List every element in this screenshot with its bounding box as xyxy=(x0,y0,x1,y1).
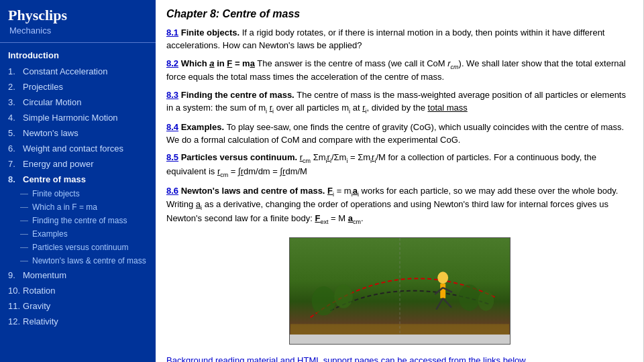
svg-point-10 xyxy=(458,284,480,311)
dash-icon: — xyxy=(20,216,28,225)
footer-link[interactable]: Background reading material and HTML sup… xyxy=(166,355,633,362)
main-content: Chapter 8: Centre of mass 8.1 Finite obj… xyxy=(156,0,644,362)
sub-nav-label: Finite objects xyxy=(32,189,80,198)
sidebar-item-gravity[interactable]: 11. Gravity xyxy=(0,298,156,314)
nav-num: 11. xyxy=(8,301,20,311)
sub-nav-newtons-centre[interactable]: — Newton's laws & centre of mass xyxy=(0,254,156,267)
nav-num: 5. xyxy=(8,128,20,138)
nav-num: 12. xyxy=(8,316,20,326)
chapter-heading: Chapter 8: Centre of mass xyxy=(166,8,633,20)
dash-icon: — xyxy=(20,243,28,252)
section-8-5-link[interactable]: 8.5 xyxy=(166,152,178,162)
sidebar-intro[interactable]: Introduction xyxy=(0,47,156,64)
nav-label: Centre of mass xyxy=(23,174,86,184)
dash-icon: — xyxy=(20,202,28,212)
svg-point-8 xyxy=(311,286,335,315)
chapter-label: Chapter 8: xyxy=(166,8,219,19)
section-8-1-title: Finite objects. xyxy=(181,27,242,38)
nav-label: Relativity xyxy=(23,316,58,326)
svg-line-6 xyxy=(436,298,443,309)
svg-point-2 xyxy=(437,272,448,284)
sub-nav-label: Newton's laws & centre of mass xyxy=(32,256,146,265)
sidebar-item-rotation[interactable]: 10. Rotation xyxy=(0,283,156,298)
sidebar-item-projectiles[interactable]: 2. Projectiles xyxy=(0,79,156,95)
svg-point-11 xyxy=(478,291,494,311)
chapter-title: Centre of mass xyxy=(223,8,301,19)
nav-label: Energy and power xyxy=(23,159,94,169)
dash-icon: — xyxy=(20,229,28,239)
sidebar-item-energy-power[interactable]: 7. Energy and power xyxy=(0,156,156,172)
sub-nav-label: Particles versus continuum xyxy=(32,243,128,252)
section-8-5: 8.5 Particles versus continuum. rcm Σmir… xyxy=(166,152,633,179)
sidebar-item-relativity[interactable]: 12. Relativity xyxy=(0,314,156,329)
nav-label: Rotation xyxy=(23,286,55,296)
section-8-6-link[interactable]: 8.6 xyxy=(166,186,178,196)
nav-num: 6. xyxy=(8,143,20,154)
nav-num: 1. xyxy=(8,66,20,76)
svg-point-9 xyxy=(334,284,353,308)
sidebar-title: Physclips xyxy=(8,7,148,24)
sidebar-item-centre-of-mass[interactable]: 8. Centre of mass xyxy=(0,172,156,187)
nav-num: 2. xyxy=(8,82,20,92)
section-8-6-title: Newton's laws and centre of mass. xyxy=(181,186,327,196)
nav-label: Circular Motion xyxy=(23,97,81,107)
trajectory-overlay xyxy=(290,238,510,344)
sidebar-subtitle: Mechanics xyxy=(8,25,148,36)
section-8-3-title: Finding the centre of mass. xyxy=(181,90,297,100)
sub-nav-finite-objects[interactable]: — Finite objects xyxy=(0,187,156,200)
section-8-4-link[interactable]: 8.4 xyxy=(166,122,178,132)
dash-icon: — xyxy=(20,189,28,198)
section-8-4-text: To play see-saw, one finds the centre of… xyxy=(166,122,624,145)
sidebar-item-momentum[interactable]: 9. Momentum xyxy=(0,267,156,283)
image-bottom-bar xyxy=(290,335,510,344)
section-8-4: 8.4 Examples. To play see-saw, one finds… xyxy=(166,121,633,147)
sub-nav-particles-continuum[interactable]: — Particles versus continuum xyxy=(0,241,156,254)
sub-nav-label: Examples xyxy=(32,229,68,239)
sidebar-header: Physclips Mechanics xyxy=(0,0,156,38)
svg-rect-3 xyxy=(440,284,445,298)
nav-label: Projectiles xyxy=(23,82,63,92)
section-8-2-title: Which a in F = ma xyxy=(181,58,255,68)
dash-icon: — xyxy=(20,256,28,265)
nav-num: 3. xyxy=(8,97,20,107)
sidebar-item-shm[interactable]: 4. Simple Harmonic Motion xyxy=(0,110,156,125)
sidebar-item-circular-motion[interactable]: 3. Circular Motion xyxy=(0,95,156,110)
nav-label: Gravity xyxy=(23,301,50,311)
nav-label: Weight and contact forces xyxy=(23,143,123,154)
nav-label: Momentum xyxy=(23,270,66,280)
sub-nav-label: Finding the centre of mass xyxy=(32,216,127,225)
nav-label: Constant Acceleration xyxy=(23,66,107,76)
image-bg xyxy=(290,238,510,344)
sub-nav-finding-centre[interactable]: — Finding the centre of mass xyxy=(0,214,156,227)
nav-num: 4. xyxy=(8,113,20,123)
sub-nav-examples[interactable]: — Examples xyxy=(0,227,156,241)
section-8-3-link[interactable]: 8.3 xyxy=(166,90,178,100)
section-8-1: 8.1 Finite objects. If a rigid body rota… xyxy=(166,27,633,52)
nav-num: 8. xyxy=(8,174,20,184)
nav-num: 7. xyxy=(8,159,20,169)
nav-label: Simple Harmonic Motion xyxy=(23,113,118,123)
svg-line-7 xyxy=(443,298,451,307)
section-8-2: 8.2 Which a in F = ma The answer is the … xyxy=(166,58,633,84)
section-8-1-link[interactable]: 8.1 xyxy=(166,27,178,38)
nav-label: Newton's laws xyxy=(23,128,78,138)
sidebar-item-weight-contact[interactable]: 6. Weight and contact forces xyxy=(0,141,156,156)
sidebar-item-newtons-laws[interactable]: 5. Newton's laws xyxy=(0,125,156,141)
sub-nav-label: Which a in F = ma xyxy=(32,202,97,212)
section-8-5-title: Particles versus continuum. xyxy=(181,152,300,162)
nav-num: 10. xyxy=(8,286,20,296)
section-8-2-link[interactable]: 8.2 xyxy=(166,58,178,68)
section-8-3: 8.3 Finding the centre of mass. The cent… xyxy=(166,89,633,115)
sidebar-divider xyxy=(0,42,156,43)
centre-of-mass-image xyxy=(289,237,511,345)
sub-nav-which-a[interactable]: — Which a in F = ma xyxy=(0,200,156,214)
sidebar: Physclips Mechanics Introduction 1. Cons… xyxy=(0,0,156,362)
nav-num: 9. xyxy=(8,270,20,280)
section-8-4-title: Examples. xyxy=(181,122,227,132)
section-8-6: 8.6 Newton's laws and centre of mass. Fi… xyxy=(166,185,633,227)
sidebar-item-constant-acceleration[interactable]: 1. Constant Acceleration xyxy=(0,64,156,79)
